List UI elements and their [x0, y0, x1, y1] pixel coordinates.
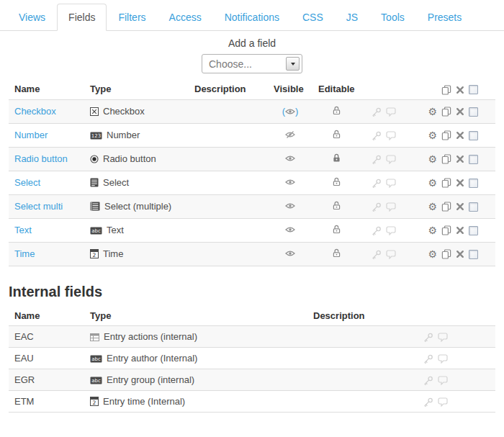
settings-gear-icon[interactable]: ⚙ [428, 225, 437, 235]
select-row-checkbox[interactable] [469, 250, 478, 259]
comment-icon[interactable] [438, 354, 448, 364]
duplicate-icon[interactable] [441, 130, 451, 140]
duplicate-icon[interactable] [441, 225, 451, 235]
delete-icon[interactable] [456, 131, 464, 140]
tab-access[interactable]: Access [158, 4, 213, 31]
tab-fields-label[interactable]: Fields [57, 4, 107, 31]
tab-notifications[interactable]: Notifications [213, 4, 291, 31]
visible-toggle[interactable] [285, 226, 295, 233]
delete-icon[interactable] [456, 155, 464, 163]
field-name-link[interactable]: Time [14, 248, 35, 259]
editable-toggle[interactable] [332, 153, 341, 163]
key-icon[interactable] [423, 376, 433, 385]
select-row-checkbox[interactable] [469, 226, 478, 235]
comment-icon[interactable] [386, 202, 396, 212]
key-icon[interactable] [371, 250, 382, 259]
key-icon[interactable] [423, 333, 433, 342]
comment-icon[interactable] [386, 250, 396, 259]
delete-icon[interactable] [456, 179, 464, 187]
select-all-checkbox[interactable] [469, 85, 478, 94]
tab-css[interactable]: CSS [291, 4, 335, 31]
duplicate-icon[interactable] [441, 202, 451, 212]
key-icon[interactable] [371, 226, 382, 235]
delete-icon[interactable] [456, 250, 464, 258]
tab-views-label[interactable]: Views [7, 4, 57, 31]
time-type-icon [90, 397, 99, 406]
editable-toggle[interactable] [332, 248, 341, 258]
visible-toggle[interactable] [285, 250, 295, 257]
settings-gear-icon[interactable]: ⚙ [428, 130, 437, 140]
fields-table: Name Type Description Visible Editable C… [9, 79, 495, 266]
select-dropdown-button[interactable] [286, 57, 300, 71]
settings-gear-icon[interactable]: ⚙ [428, 202, 437, 212]
duplicate-all-icon[interactable] [441, 85, 451, 95]
settings-gear-icon[interactable]: ⚙ [428, 107, 437, 117]
key-icon[interactable] [371, 131, 382, 140]
editable-toggle[interactable] [332, 106, 341, 115]
comment-icon[interactable] [438, 333, 448, 342]
settings-gear-icon[interactable]: ⚙ [428, 178, 437, 188]
comment-icon[interactable] [386, 107, 396, 117]
key-icon[interactable] [371, 202, 382, 212]
tab-tools[interactable]: Tools [369, 4, 416, 31]
tab-tools-label[interactable]: Tools [369, 4, 416, 31]
tab-js[interactable]: JS [335, 4, 369, 31]
tab-filters[interactable]: Filters [107, 4, 157, 31]
unlock-icon [332, 225, 341, 234]
delete-icon[interactable] [456, 226, 464, 235]
tab-filters-label[interactable]: Filters [107, 4, 157, 31]
key-icon[interactable] [371, 155, 382, 164]
select-row-checkbox[interactable] [469, 179, 478, 188]
tab-presets-label[interactable]: Presets [416, 4, 473, 31]
key-icon[interactable] [371, 107, 382, 117]
duplicate-icon[interactable] [441, 107, 451, 117]
comment-icon[interactable] [438, 376, 448, 385]
comment-icon[interactable] [386, 131, 396, 140]
duplicate-icon[interactable] [441, 178, 451, 188]
chevron-down-icon [291, 63, 295, 66]
key-icon[interactable] [423, 397, 433, 407]
editable-toggle[interactable] [332, 201, 341, 210]
tab-css-label[interactable]: CSS [291, 4, 335, 31]
select-row-checkbox[interactable] [469, 131, 478, 140]
editable-toggle[interactable] [332, 177, 341, 186]
tab-notifications-label[interactable]: Notifications [213, 4, 291, 31]
editable-toggle[interactable] [332, 225, 341, 234]
settings-gear-icon[interactable]: ⚙ [428, 249, 437, 259]
duplicate-icon[interactable] [441, 249, 451, 259]
settings-gear-icon[interactable]: ⚙ [428, 154, 437, 164]
field-name-link[interactable]: Select multi [14, 201, 63, 212]
field-name-link[interactable]: Radio button [14, 153, 68, 164]
delete-all-icon[interactable] [456, 86, 464, 94]
select-row-checkbox[interactable] [469, 202, 478, 212]
select-row-checkbox[interactable] [469, 107, 478, 117]
add-field-select[interactable]: Choose... [202, 54, 302, 73]
duplicate-icon[interactable] [441, 154, 451, 164]
key-icon[interactable] [423, 354, 433, 364]
tab-js-label[interactable]: JS [335, 4, 369, 31]
tab-fields[interactable]: Fields [57, 4, 107, 31]
tab-access-label[interactable]: Access [158, 4, 213, 31]
visible-toggle[interactable] [285, 131, 295, 138]
field-name-link[interactable]: Text [14, 225, 32, 235]
field-name-link[interactable]: Select [14, 177, 40, 188]
field-name-link[interactable]: Checkbox [14, 106, 56, 117]
visible-toggle[interactable]: () [282, 106, 299, 117]
select-row-checkbox[interactable] [469, 155, 478, 164]
comment-icon[interactable] [386, 155, 396, 164]
delete-icon[interactable] [456, 107, 464, 116]
delete-icon[interactable] [456, 202, 464, 211]
tab-views[interactable]: Views [7, 4, 57, 31]
field-name-link[interactable]: Number [14, 130, 48, 140]
comment-icon[interactable] [386, 179, 396, 188]
comment-icon[interactable] [438, 397, 448, 407]
visible-toggle[interactable] [285, 155, 295, 162]
internal-field-name: EAU [9, 347, 84, 369]
tab-presets[interactable]: Presets [416, 4, 473, 31]
comment-icon[interactable] [386, 226, 396, 235]
editable-toggle[interactable] [332, 130, 341, 139]
visible-toggle[interactable] [285, 202, 295, 210]
key-icon[interactable] [371, 179, 382, 188]
field-description [189, 99, 268, 123]
visible-toggle[interactable] [285, 179, 295, 186]
